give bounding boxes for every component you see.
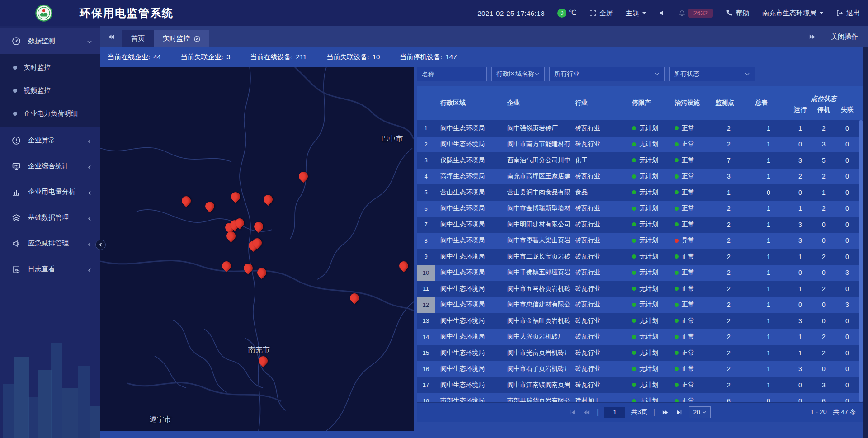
cell-limit-status: 无计划 — [626, 361, 668, 377]
cell-company: 阆中市江南镇阆南页岩 — [502, 377, 570, 393]
page-size-select[interactable]: 20 — [689, 406, 711, 418]
table-row[interactable]: 17 阆中生态环境局 阆中市江南镇阆南页岩 砖瓦行业 无计划 正常 2 1 0 … — [417, 377, 859, 393]
bell-icon — [679, 10, 685, 17]
filter-select-value: 所有状态 — [674, 70, 699, 78]
cell-stop: 2 — [812, 281, 835, 297]
table-row[interactable]: 15 阆中生态环境局 阆中市光富页岩机砖厂 砖瓦行业 无计划 正常 2 1 1 … — [417, 345, 859, 361]
sidebar-item-0[interactable]: 数据监测 — [0, 28, 100, 54]
table-row[interactable]: 5 营山生态环境局 营山县润丰肉食品有限 食品 无计划 正常 1 0 0 1 0 — [417, 184, 859, 201]
tabs-scroll-right-button[interactable] — [809, 26, 816, 47]
filter-select[interactable]: 所有行业 — [549, 67, 665, 81]
tabs-scroll-left-button[interactable] — [100, 26, 122, 47]
sidebar-item-6[interactable]: 日志查看 — [0, 256, 100, 282]
table-row[interactable]: 6 阆中生态环境局 阆中市金博瑞新型墙材 砖瓦行业 无计划 正常 2 1 1 2… — [417, 201, 859, 217]
table-row[interactable]: 16 阆中生态环境局 阆中市石子页岩机砖厂 砖瓦行业 无计划 正常 2 1 3 … — [417, 361, 859, 377]
last-page-icon — [676, 409, 683, 416]
name-search-input[interactable] — [417, 67, 487, 81]
table-row[interactable]: 1 阆中生态环境局 阆中强锐页岩砖厂 砖瓦行业 无计划 正常 2 1 1 2 0 — [417, 120, 859, 137]
cell-industry: 砖瓦行业 — [570, 345, 626, 361]
table-scrollbar[interactable] — [859, 120, 863, 402]
table-row[interactable]: 10 阆中生态环境局 阆中千佛镇五郎垭页岩 砖瓦行业 无计划 正常 2 1 0 … — [417, 265, 859, 281]
cell-stop: 0 — [812, 297, 835, 313]
cell-stop: 2 — [812, 201, 835, 217]
first-page-button[interactable] — [569, 408, 577, 416]
page-number-input[interactable] — [604, 407, 625, 418]
table-row[interactable]: 14 阆中生态环境局 阆中大兴页岩机砖厂 砖瓦行业 无计划 正常 2 1 1 2… — [417, 329, 859, 345]
status-dot — [632, 239, 636, 243]
sidebar-subitem[interactable]: 视频监控 — [0, 79, 100, 102]
prev-page-button[interactable] — [583, 408, 591, 416]
cell-run: 0 — [788, 297, 812, 313]
sidebar-item-5[interactable]: 应急减排管理 — [0, 231, 100, 256]
sidebar-item-4[interactable]: 基础数据管理 — [0, 205, 100, 231]
help-button[interactable]: 帮助 — [726, 9, 750, 18]
user-org-dropdown[interactable]: 南充市生态环境局 — [762, 9, 823, 18]
last-page-button[interactable] — [675, 408, 683, 416]
col-facility: 治污设施 — [668, 86, 709, 120]
sidebar-item-label: 基础数据管理 — [28, 213, 69, 222]
record-range-label: 1 - 20 — [811, 408, 827, 416]
table-row[interactable]: 11 阆中生态环境局 阆中市五马桥页岩机砖 砖瓦行业 无计划 正常 2 1 1 … — [417, 281, 859, 297]
row-index: 9 — [417, 249, 435, 265]
filter-select[interactable]: 所有状态 — [669, 67, 755, 81]
cell-stop: 3 — [812, 377, 835, 393]
chevron-icon — [87, 189, 92, 195]
filter-select[interactable]: 行政区域名称 — [491, 67, 545, 81]
row-index: 3 — [417, 152, 435, 169]
cell-points: 2 — [709, 217, 749, 233]
cell-region: 阆中生态环境局 — [435, 345, 502, 361]
table-row[interactable]: 18 南部生态环境局 南部县瑞华页岩有限公 建材加工 无计划 正常 6 0 0 … — [417, 393, 859, 403]
next-page-button[interactable] — [661, 408, 669, 416]
cell-meter: 1 — [749, 329, 788, 345]
status-dot — [675, 319, 679, 323]
sidebar-subitem[interactable]: 实时监控 — [0, 56, 100, 79]
cell-company: 阆中市金福旺页岩机砖 — [502, 313, 570, 329]
table-row[interactable]: 8 阆中生态环境局 阆中市枣碧大梁山页岩 砖瓦行业 无计划 异常 2 1 3 0… — [417, 233, 859, 249]
status-dot — [675, 158, 679, 162]
sound-button[interactable] — [659, 9, 666, 17]
cell-limit-status: 无计划 — [626, 233, 668, 249]
close-operations-button[interactable]: 关闭操作 — [831, 33, 858, 41]
logout-button[interactable]: 退出 — [836, 9, 860, 18]
sidebar-item-3[interactable]: 企业用电量分析 — [0, 179, 100, 205]
notification-area[interactable]: 2632 — [679, 9, 713, 18]
theme-dropdown[interactable]: 主题 — [626, 9, 646, 18]
sidebar-item-label: 企业综合统计 — [28, 162, 69, 170]
sidebar-item-2[interactable]: 企业综合统计 — [0, 153, 100, 179]
cell-stop: 0 — [812, 217, 835, 233]
tab-close-icon[interactable] — [194, 36, 200, 42]
table-row[interactable]: 3 仪陇生态环境局 西南油气田分公司川中 化工 无计划 正常 7 1 3 5 0 — [417, 152, 859, 169]
stat-label: 当前失联企业: — [181, 53, 223, 61]
row-index: 18 — [417, 393, 435, 403]
cell-limit-status: 无计划 — [626, 345, 668, 361]
cell-stop: 0 — [812, 361, 835, 377]
cell-run: 3 — [788, 361, 812, 377]
cell-facility-status: 正常 — [668, 217, 709, 233]
tab[interactable]: 首页 — [122, 30, 154, 47]
table-row[interactable]: 2 阆中生态环境局 阆中市南方节能建材有 砖瓦行业 无计划 正常 2 1 0 3… — [417, 137, 859, 153]
filter-bar: 行政区域名称 所有行业 所有状态 — [417, 67, 863, 81]
temperature-unit: ℃ — [569, 9, 576, 17]
sidebar-subitem[interactable]: 企业电力负荷明细 — [0, 102, 100, 125]
table-row[interactable]: 12 阆中生态环境局 阆中市忠信建材有限公 砖瓦行业 无计划 正常 2 1 0 … — [417, 297, 859, 313]
fullscreen-button[interactable]: 全屏 — [589, 9, 613, 18]
table-row[interactable]: 13 阆中生态环境局 阆中市金福旺页岩机砖 砖瓦行业 无计划 正常 2 1 3 … — [417, 313, 859, 329]
cell-points: 2 — [709, 313, 749, 329]
chevron-down-icon — [654, 71, 660, 77]
cell-industry: 砖瓦行业 — [570, 361, 626, 377]
sidebar-item-1[interactable]: 企业异常 — [0, 127, 100, 153]
cell-industry: 化工 — [570, 152, 626, 169]
cell-meter: 1 — [749, 120, 788, 137]
cell-industry: 砖瓦行业 — [570, 313, 626, 329]
col-region: 行政区域 — [435, 86, 502, 120]
cell-limit-status: 无计划 — [626, 249, 668, 265]
tab-label: 首页 — [131, 34, 145, 43]
tab[interactable]: 实时监控 — [154, 30, 209, 47]
table-row[interactable]: 4 高坪生态环境局 南充市高坪区王家店建 砖瓦行业 无计划 正常 3 1 2 2… — [417, 169, 859, 185]
table-row[interactable]: 7 阆中生态环境局 阆中明阳建材有限公司 砖瓦行业 无计划 正常 2 1 3 0… — [417, 217, 859, 233]
cell-meter: 1 — [749, 249, 788, 265]
map-panel[interactable]: 巴中市 南充市 遂宁市 — [100, 67, 414, 431]
table-row[interactable]: 9 阆中生态环境局 阆中市二龙长宝页岩砖 砖瓦行业 无计划 正常 2 1 1 2… — [417, 249, 859, 265]
notification-count-badge[interactable]: 2632 — [688, 9, 713, 18]
cell-lost: 0 — [835, 120, 859, 137]
